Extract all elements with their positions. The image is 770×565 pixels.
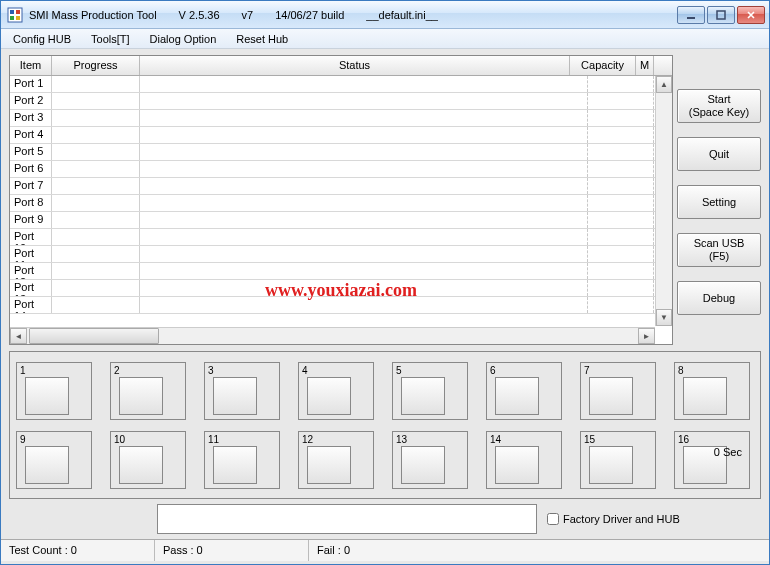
cell-status [140, 195, 588, 211]
slot-11: 11 [204, 431, 280, 489]
col-m[interactable]: M [636, 56, 654, 75]
slot-button[interactable] [495, 446, 539, 484]
scan-label: Scan USB [694, 237, 745, 250]
cell-progress [52, 195, 140, 211]
cell-item: Port 1 [10, 76, 52, 92]
scan-usb-button[interactable]: Scan USB (F5) [677, 233, 761, 267]
table-row[interactable]: Port 1 [10, 76, 672, 93]
table-row[interactable]: Port 9 [10, 212, 672, 229]
quit-button[interactable]: Quit [677, 137, 761, 171]
slot-button[interactable] [683, 377, 727, 415]
slot-button[interactable] [213, 446, 257, 484]
cell-item: Port 9 [10, 212, 52, 228]
vertical-scrollbar[interactable]: ▲ ▼ [655, 76, 672, 326]
table-row[interactable]: Port 5 [10, 144, 672, 161]
table-row[interactable]: Port 8 [10, 195, 672, 212]
slot-button[interactable] [589, 377, 633, 415]
slot-button[interactable] [401, 377, 445, 415]
cell-capacity [588, 229, 654, 245]
start-button[interactable]: Start (Space Key) [677, 89, 761, 123]
titlebar[interactable]: SMI Mass Production Tool V 2.5.36 v7 14/… [1, 1, 769, 29]
cell-progress [52, 229, 140, 245]
slot-10: 10 [110, 431, 186, 489]
title-text: SMI Mass Production Tool V 2.5.36 v7 14/… [29, 9, 677, 21]
slot-button[interactable] [495, 377, 539, 415]
table-row[interactable]: Port 4 [10, 127, 672, 144]
slot-row-1: 12345678 [16, 362, 754, 420]
table-row[interactable]: Port 7 [10, 178, 672, 195]
table-row[interactable]: Port 14 [10, 297, 672, 314]
main-window: SMI Mass Production Tool V 2.5.36 v7 14/… [0, 0, 770, 565]
slot-button[interactable] [307, 446, 351, 484]
port-grid: Item Progress Status Capacity M Port 1Po… [9, 55, 673, 345]
col-item[interactable]: Item [10, 56, 52, 75]
debug-button[interactable]: Debug [677, 281, 761, 315]
cell-capacity [588, 144, 654, 160]
cell-item: Port 7 [10, 178, 52, 194]
table-row[interactable]: Port 11 [10, 246, 672, 263]
cell-item: Port 6 [10, 161, 52, 177]
status-fail: Fail : 0 [309, 540, 769, 561]
menu-dialog-option[interactable]: Dialog Option [142, 31, 225, 47]
slot-4: 4 [298, 362, 374, 420]
slot-button[interactable] [119, 377, 163, 415]
table-row[interactable]: Port 2 [10, 93, 672, 110]
menu-config-hub[interactable]: Config HUB [5, 31, 79, 47]
col-capacity[interactable]: Capacity [570, 56, 636, 75]
cell-progress [52, 76, 140, 92]
slot-number: 1 [20, 365, 88, 376]
log-box[interactable] [157, 504, 537, 534]
slot-button[interactable] [25, 377, 69, 415]
title-v7: v7 [242, 9, 254, 21]
grid-body: Port 1Port 2Port 3Port 4Port 5Port 6Port… [10, 76, 672, 336]
cell-status [140, 161, 588, 177]
setting-button[interactable]: Setting [677, 185, 761, 219]
slot-button[interactable] [589, 446, 633, 484]
start-hint: (Space Key) [689, 106, 750, 119]
scroll-thumb[interactable] [29, 328, 159, 344]
menu-reset-hub[interactable]: Reset Hub [228, 31, 296, 47]
col-progress[interactable]: Progress [52, 56, 140, 75]
cell-item: Port 8 [10, 195, 52, 211]
slot-6: 6 [486, 362, 562, 420]
table-row[interactable]: Port 10 [10, 229, 672, 246]
status-test-count: Test Count : 0 [1, 540, 155, 561]
slot-13: 13 [392, 431, 468, 489]
slot-button[interactable] [213, 377, 257, 415]
scroll-left-icon[interactable]: ◄ [10, 328, 27, 344]
close-button[interactable] [737, 6, 765, 24]
app-icon [7, 7, 23, 23]
slot-15: 15 [580, 431, 656, 489]
factory-checkbox-input[interactable] [547, 513, 559, 525]
slot-button[interactable] [307, 377, 351, 415]
table-row[interactable]: Port 3 [10, 110, 672, 127]
cell-item: Port 14 [10, 297, 52, 313]
cell-capacity [588, 280, 654, 296]
slot-number: 11 [208, 434, 276, 445]
slot-number: 13 [396, 434, 464, 445]
scroll-down-icon[interactable]: ▼ [656, 309, 672, 326]
menu-tools[interactable]: Tools[T] [83, 31, 138, 47]
slot-number: 5 [396, 365, 464, 376]
maximize-button[interactable] [707, 6, 735, 24]
svg-rect-5 [687, 17, 695, 19]
factory-driver-checkbox[interactable]: Factory Driver and HUB [547, 513, 680, 525]
horizontal-scrollbar[interactable]: ◄ ► [10, 327, 655, 344]
table-row[interactable]: Port 12 [10, 263, 672, 280]
slot-5: 5 [392, 362, 468, 420]
action-buttons: Start (Space Key) Quit Setting Scan USB … [677, 49, 769, 349]
scroll-right-icon[interactable]: ► [638, 328, 655, 344]
title-version: V 2.5.36 [179, 9, 220, 21]
cell-progress [52, 263, 140, 279]
slot-button[interactable] [119, 446, 163, 484]
table-row[interactable]: Port 6 [10, 161, 672, 178]
cell-status [140, 178, 588, 194]
slot-button[interactable] [25, 446, 69, 484]
slot-button[interactable] [401, 446, 445, 484]
slot-number: 16 [678, 434, 746, 445]
scroll-up-icon[interactable]: ▲ [656, 76, 672, 93]
col-status[interactable]: Status [140, 56, 570, 75]
statusbar: Test Count : 0 Pass : 0 Fail : 0 [1, 539, 769, 561]
table-row[interactable]: Port 13 [10, 280, 672, 297]
minimize-button[interactable] [677, 6, 705, 24]
